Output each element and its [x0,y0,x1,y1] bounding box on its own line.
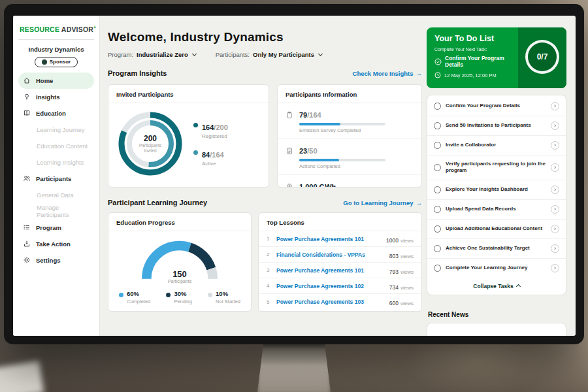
lesson-link[interactable]: Financial Considerations - VPPAs [276,252,384,258]
checkbox-icon[interactable] [434,122,441,129]
sidebar: RESOURCE ADVISOR+ Industry Dynamics Spon… [13,16,100,336]
legend-label: Registered [202,133,228,139]
lesson-views: 793 [389,269,399,275]
participants-label: Participants: [216,51,250,58]
lesson-row: 2 Financial Considerations - VPPAs 803vi… [259,247,421,263]
collapse-tasks-button[interactable]: Collapse Tasks [427,278,566,295]
sidebar-item-learning-insights[interactable]: Learning Insights [18,154,94,171]
journey-cards-row: Education Progress 150 Participants [108,212,422,312]
sidebar-item-learning-journey[interactable]: Learning Journey [18,122,94,138]
sidebar-item-label: Education Content [37,142,88,150]
chevron-right-icon[interactable]: › [551,264,559,272]
sponsor-icon [42,59,47,65]
home-icon [23,76,31,84]
chevron-right-icon[interactable]: › [551,244,559,253]
sidebar-item-label: Insights [36,93,59,101]
checkbox-icon[interactable] [434,225,441,233]
checkbox-icon[interactable] [434,265,441,272]
chevron-right-icon[interactable]: › [551,225,559,233]
sidebar-item-label: Take Action [36,240,71,248]
checkbox-icon[interactable] [434,206,441,213]
todo-due-label: 12 May 2025, 12:00 PM [444,73,497,78]
task-row[interactable]: Send 50 Invitations to Participants › [427,116,566,136]
lesson-views-unit: views [400,253,414,259]
sidebar-item-insights[interactable]: Insights [18,89,94,105]
book-icon [23,109,31,117]
legend-item-not-started: 10% Not Started [208,290,240,304]
education-progress-card: Education Progress 150 Participants [108,212,252,312]
section-title: Participant Learning Journey [108,199,207,206]
task-list-card: Confirm Your Program Details › Send 50 I… [427,95,566,295]
lesson-rank: 5 [267,299,271,305]
chevron-right-icon[interactable]: › [551,186,559,194]
sidebar-item-label: Home [36,77,53,84]
lesson-link[interactable]: Power Purchase Agreements 102 [276,283,384,289]
legend-value: 30% [174,290,186,297]
monitor-bezel: RESOURCE ADVISOR+ Industry Dynamics Spon… [4,4,584,344]
task-row[interactable]: Invite a Collaborator › [427,136,566,155]
lesson-link[interactable]: Power Purchase Agreements 101 [276,236,381,242]
task-label: Verify participants requesting to join t… [446,161,546,174]
sidebar-item-program[interactable]: Program [18,220,94,236]
section-title: Program Insights [108,69,167,77]
check-more-insights-link[interactable]: Check More Insights → [353,70,422,77]
sidebar-item-manage-participants[interactable]: Manage Participants [18,203,94,220]
sidebar-item-label: Settings [36,257,60,264]
chevron-right-icon[interactable]: › [551,205,559,214]
participants-value: Only My Participants [253,51,314,58]
sidebar-item-general-data[interactable]: General Data [18,187,94,203]
pending-dot-icon [166,293,171,297]
chevron-right-icon[interactable]: › [551,102,559,110]
completed-dot-icon [119,293,123,297]
chevron-right-icon[interactable]: › [551,163,559,172]
task-row[interactable]: Confirm Your Program Details › [427,97,566,116]
page-title: Welcome, Industry Dynamics [108,30,422,44]
program-label: Program: [108,51,133,58]
chevron-right-icon[interactable]: › [551,141,559,150]
checkbox-icon[interactable] [434,186,441,193]
legend-value: 164 [202,123,214,131]
participants-dropdown[interactable]: Participants: Only My Participants [216,51,322,58]
program-dropdown[interactable]: Program: Industrialize Zero [108,51,196,58]
chevron-right-icon[interactable]: › [551,122,559,130]
lesson-link[interactable]: Power Purchase Agreements 101 [276,267,384,274]
screen: RESOURCE ADVISOR+ Industry Dynamics Spon… [13,16,576,336]
lesson-link[interactable]: Power Purchase Agreements 103 [276,299,384,305]
task-row[interactable]: Upload Spend Data Records › [427,200,566,220]
sidebar-item-education[interactable]: Education [18,105,94,122]
todo-next-task[interactable]: Confirm Your Program Details [434,55,518,68]
checkbox-icon[interactable] [434,164,441,171]
sidebar-item-label: Program [36,224,61,231]
task-row[interactable]: Explore Your Insights Dashboard › [427,180,566,200]
task-row[interactable]: Complete Your Learning Journey › [427,259,566,278]
desk-background: RESOURCE ADVISOR+ Industry Dynamics Spon… [0,0,588,392]
checkbox-icon[interactable] [434,142,441,149]
todo-subtitle: Complete Your Next Task: [434,47,518,52]
stat-label: Actions Completed [299,163,385,169]
monitor-stand [257,344,331,392]
clock-icon [434,72,441,78]
checkbox-icon[interactable] [434,245,441,252]
todo-next-task-label: Confirm Your Program Details [445,55,518,68]
checkbox-icon[interactable] [434,103,441,110]
task-row[interactable]: Achieve One Sustainability Target › [427,239,566,259]
recent-news-card [427,323,566,336]
list-icon [23,223,31,231]
sidebar-item-label: General Data [37,191,74,199]
sidebar-item-education-content[interactable]: Education Content [18,138,94,154]
sidebar-item-home[interactable]: Home [18,73,94,89]
lesson-row: 1 Power Purchase Agreements 101 1000view… [259,231,421,247]
lesson-row: 4 Power Purchase Agreements 102 734views [259,278,421,294]
task-row[interactable]: Verify participants requesting to join t… [427,155,566,180]
sidebar-item-participants[interactable]: Participants [18,171,94,187]
sponsor-badge[interactable]: Sponsor [35,57,78,67]
lesson-row: 3 Power Purchase Agreements 101 793views [259,263,421,278]
stat-label: Emission Survey Completed [299,127,385,133]
sidebar-item-take-action[interactable]: Take Action [18,236,94,252]
task-row[interactable]: Upload Additional Educational Content › [427,220,566,239]
go-to-learning-journey-link[interactable]: Go to Learning Journey → [343,199,422,206]
card-title: Invited Participants [108,85,269,103]
stat-emission-survey: 79/164 Emission Survey Completed [278,103,421,139]
learning-journey-header: Participant Learning Journey Go to Learn… [108,198,422,207]
sidebar-item-settings[interactable]: Settings [18,252,94,269]
